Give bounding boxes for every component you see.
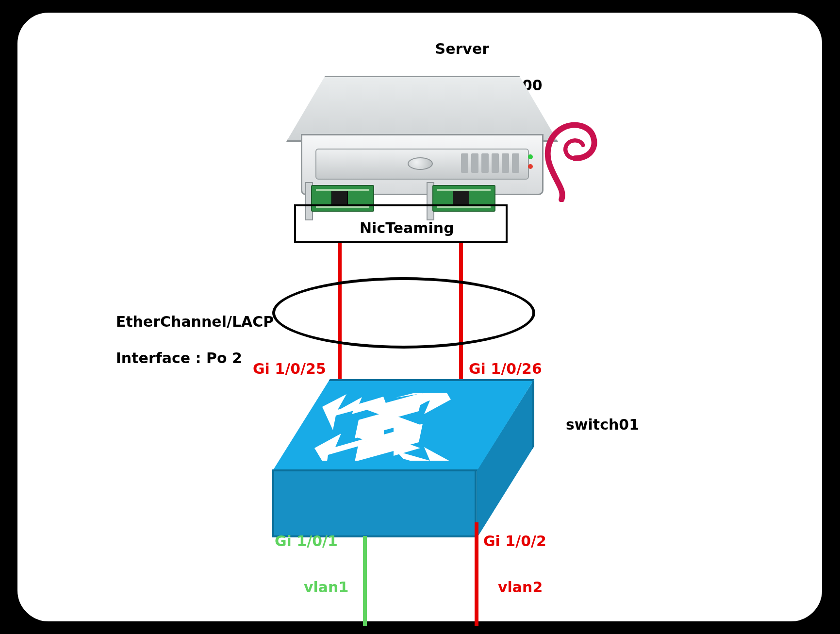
downlink-line-left [363,536,367,626]
vlan-right: vlan2 [498,578,543,597]
server-icon [286,76,558,202]
downlink-line-right [475,522,478,626]
debian-swirl-icon [532,110,614,202]
downlink-port-left: Gi 1/0/1 [275,532,338,551]
etherchannel-label: EtherChannel/LACP Interface : Po 2 [85,294,274,385]
uplink-port-left: Gi 1/0/25 [253,360,326,378]
switch-icon [272,379,534,539]
nic-teaming-label: NicTeaming [360,219,454,237]
etherchannel-ellipse-icon [272,277,535,349]
downlink-port-right: Gi 1/0/2 [483,532,546,551]
etherchannel-line2: Interface : Po 2 [116,350,242,367]
server-name: Server [435,40,489,57]
switch-name: switch01 [566,416,639,434]
diagram-panel: Server IP : 192.168.1.200 [15,10,825,624]
uplink-port-right: Gi 1/0/26 [469,360,542,378]
switch-arrows-icon [311,393,466,461]
etherchannel-line1: EtherChannel/LACP [116,313,274,330]
vlan-left: vlan1 [304,578,348,597]
